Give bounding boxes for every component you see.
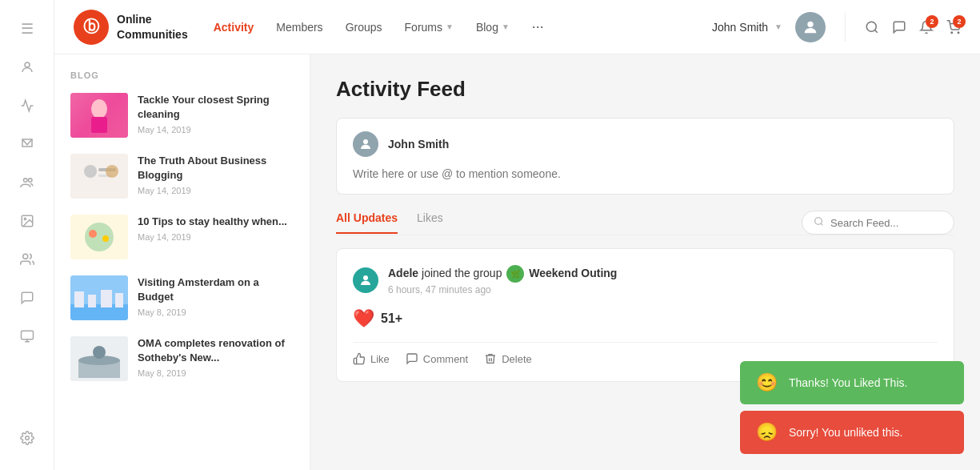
svg-point-2: [28, 179, 32, 183]
notification-badge: 2: [926, 15, 938, 28]
blog-info-1: The Truth About Business Blogging May 14…: [138, 154, 294, 195]
forums-chevron-icon: ▼: [446, 22, 454, 31]
delete-label: Delete: [502, 353, 532, 365]
composer-input[interactable]: [353, 167, 938, 180]
nav-activity[interactable]: Activity: [214, 21, 254, 34]
user-chevron-icon: ▼: [774, 22, 782, 31]
delete-button[interactable]: Delete: [484, 352, 532, 365]
blog-info-4: OMA completes renovation of Sotheby's Ne…: [138, 336, 294, 378]
toast-liked-message: Thanks! You Liked This.: [789, 376, 907, 389]
nav-blog[interactable]: Blog ▼: [476, 21, 510, 34]
svg-point-39: [815, 218, 822, 225]
sidebar-activity-icon[interactable]: [11, 90, 43, 122]
feed-search-icon: [814, 216, 824, 229]
blog-section-label: BLOG: [70, 70, 294, 80]
nav-divider: [845, 13, 846, 42]
likes-row: ❤️ 51+: [353, 308, 938, 329]
activity-text: Adele joined the group 🌿 Weekend Outing: [388, 265, 617, 283]
blog-item-4[interactable]: OMA completes renovation of Sotheby's Ne…: [70, 336, 294, 381]
tab-all-updates[interactable]: All Updates: [336, 211, 398, 234]
svg-point-4: [24, 218, 26, 219]
page-title: Activity Feed: [336, 77, 954, 102]
blog-date-0: May 14, 2019: [138, 125, 294, 135]
top-nav: ⓑ OnlineCommunities Activity Members Gro…: [54, 0, 980, 54]
blog-date-1: May 14, 2019: [138, 186, 294, 195]
blog-item-1[interactable]: The Truth About Business Blogging May 14…: [70, 154, 294, 199]
sidebar-group-icon[interactable]: [11, 167, 43, 199]
blog-title-3: Visiting Amsterdam on a Budget: [138, 275, 294, 304]
nav-members[interactable]: Members: [276, 21, 322, 34]
blog-item-3[interactable]: Visiting Amsterdam on a Budget May 8, 20…: [70, 275, 294, 320]
user-avatar[interactable]: [795, 12, 826, 42]
blog-info-2: 10 Tips to stay healthy when... May 14, …: [138, 215, 294, 242]
sidebar-menu-icon[interactable]: ☰: [11, 13, 43, 45]
heart-icon: ❤️: [353, 308, 374, 329]
svg-point-20: [84, 165, 97, 178]
nav-links: Activity Members Groups Forums ▼ Blog ▼ …: [214, 18, 712, 35]
cart-button[interactable]: 2: [946, 20, 961, 34]
group-icon: 🌿: [506, 265, 524, 283]
feed-search-area: [802, 211, 954, 235]
activity-action: joined the group: [422, 267, 505, 279]
tab-likes[interactable]: Likes: [417, 211, 443, 234]
svg-rect-31: [88, 295, 96, 307]
user-name-label: John Smith: [712, 21, 768, 34]
comment-label: Comment: [423, 353, 468, 365]
svg-point-10: [807, 21, 813, 26]
messages-button[interactable]: [892, 20, 906, 34]
logo-text: OnlineCommunities: [117, 12, 188, 41]
sidebar-user-icon[interactable]: [11, 51, 43, 83]
toast-liked-icon: 😊: [756, 372, 778, 393]
svg-point-0: [25, 62, 30, 67]
cart-badge: 2: [953, 15, 966, 28]
toast-unliked-message: Sorry! You unliked this.: [789, 426, 902, 439]
svg-point-27: [102, 235, 109, 242]
svg-point-41: [363, 275, 368, 280]
nav-right: John Smith ▼ 2 2: [712, 12, 961, 42]
svg-rect-30: [74, 291, 84, 307]
like-button[interactable]: Like: [353, 352, 390, 365]
svg-point-25: [85, 223, 114, 251]
user-menu[interactable]: John Smith ▼: [712, 21, 782, 34]
blog-date-2: May 14, 2019: [138, 232, 294, 242]
blog-thumb-1: [70, 154, 128, 199]
blog-thumb-0: [70, 93, 128, 138]
sidebar-friends-icon[interactable]: [11, 243, 43, 275]
sidebar-chat-icon[interactable]: [11, 282, 43, 314]
blog-item-2[interactable]: 10 Tips to stay healthy when... May 14, …: [70, 215, 294, 259]
logo-icon: ⓑ: [74, 10, 109, 45]
sidebar-inbox-icon[interactable]: [11, 128, 43, 160]
toast-liked: 😊 Thanks! You Liked This.: [740, 361, 964, 404]
nav-groups[interactable]: Groups: [346, 21, 382, 34]
search-button[interactable]: [865, 20, 879, 34]
svg-rect-32: [101, 290, 112, 307]
post-composer: John Smith: [336, 118, 954, 195]
nav-forums[interactable]: Forums ▼: [405, 21, 454, 34]
composer-user-name: John Smith: [388, 138, 449, 151]
toast-unliked-icon: 😞: [756, 422, 778, 443]
blog-thumb-2: [70, 215, 128, 259]
comment-button[interactable]: Comment: [406, 352, 468, 365]
likes-count: 51+: [381, 311, 402, 326]
nav-more[interactable]: ···: [532, 18, 544, 35]
sidebar-settings-icon[interactable]: [11, 425, 43, 457]
svg-point-9: [25, 436, 29, 440]
activity-card-text-area: Adele joined the group 🌿 Weekend Outing …: [388, 265, 617, 295]
feed-search-input[interactable]: [830, 217, 942, 229]
blog-item-0[interactable]: Tackle Your closest Spring cleaning May …: [70, 93, 294, 138]
blog-sidebar: BLOG Tackle Your closest Spring cleaning…: [54, 54, 310, 470]
toast-unliked: 😞 Sorry! You unliked this.: [740, 411, 964, 454]
svg-rect-33: [115, 293, 123, 307]
composer-top: John Smith: [353, 131, 938, 157]
blog-thumb-4: [70, 336, 128, 381]
svg-point-23: [106, 165, 118, 178]
sidebar-media-icon[interactable]: [11, 205, 43, 237]
sidebar-monitor-icon[interactable]: [11, 320, 43, 352]
svg-point-13: [951, 32, 953, 34]
left-sidebar: ☰: [0, 0, 54, 470]
notifications-button[interactable]: 2: [919, 20, 934, 34]
blog-info-0: Tackle Your closest Spring cleaning May …: [138, 93, 294, 135]
logo-area: ⓑ OnlineCommunities: [74, 10, 188, 45]
activity-time: 6 hours, 47 minutes ago: [388, 284, 617, 295]
svg-rect-18: [91, 117, 107, 133]
